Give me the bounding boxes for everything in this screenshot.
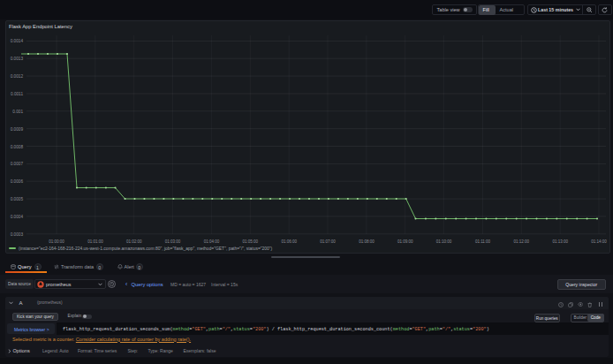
svg-text:01:11:00: 01:11:00 bbox=[475, 239, 491, 244]
svg-text:01:07:00: 01:07:00 bbox=[320, 239, 336, 244]
svg-text:0.001: 0.001 bbox=[12, 110, 23, 114]
svg-text:0.0006: 0.0006 bbox=[11, 179, 24, 184]
svg-text:0.0008: 0.0008 bbox=[11, 145, 24, 149]
svg-text:01:10:00: 01:10:00 bbox=[436, 239, 452, 244]
svg-text:0.0004: 0.0004 bbox=[11, 215, 24, 219]
svg-text:01:05:00: 01:05:00 bbox=[243, 239, 259, 244]
svg-text:01:03:00: 01:03:00 bbox=[165, 239, 181, 244]
svg-text:01:01:00: 01:01:00 bbox=[87, 239, 103, 244]
svg-text:01:06:00: 01:06:00 bbox=[281, 239, 297, 244]
svg-text:01:00:00: 01:00:00 bbox=[49, 239, 64, 244]
svg-text:0.0011: 0.0011 bbox=[11, 92, 23, 96]
svg-text:0.0003: 0.0003 bbox=[11, 232, 24, 237]
svg-text:01:09:00: 01:09:00 bbox=[397, 239, 413, 244]
svg-text:01:08:00: 01:08:00 bbox=[359, 239, 375, 244]
svg-text:0.0014: 0.0014 bbox=[11, 39, 24, 43]
svg-text:01:02:00: 01:02:00 bbox=[126, 239, 142, 244]
svg-text:01:12:00: 01:12:00 bbox=[514, 239, 530, 244]
svg-text:01:04:00: 01:04:00 bbox=[204, 239, 220, 244]
svg-text:01:14:00: 01:14:00 bbox=[591, 239, 607, 244]
svg-text:0.0005: 0.0005 bbox=[11, 197, 24, 201]
svg-text:0.0009: 0.0009 bbox=[11, 127, 24, 132]
svg-text:01:13:00: 01:13:00 bbox=[552, 239, 568, 244]
svg-text:0.0012: 0.0012 bbox=[11, 74, 24, 79]
svg-text:0.0007: 0.0007 bbox=[11, 162, 24, 166]
svg-text:0.0013: 0.0013 bbox=[11, 57, 24, 61]
